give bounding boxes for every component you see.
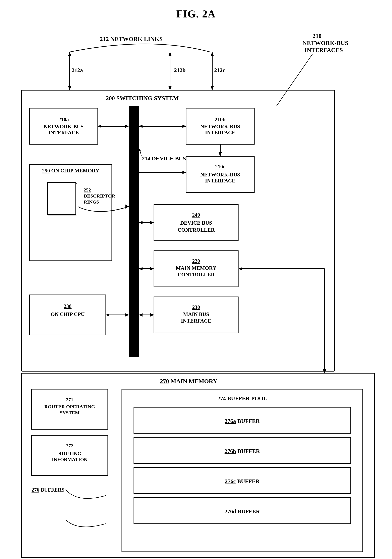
svg-marker-14 [139, 221, 142, 224]
mmc-name1: MAIN MEMORY [176, 265, 216, 271]
ocm-ref: 250 ON CHIP MEMORY [42, 168, 99, 174]
svg-marker-21 [139, 125, 142, 128]
nbi-a-name2: INTERFACE [48, 130, 79, 135]
nbi-b-name1: NETWORK-BUS [200, 124, 240, 130]
nbi-top-label2: INTERFACES [305, 47, 343, 53]
switching-system-label: 200 SWITCHING SYSTEM [106, 95, 179, 101]
figure-title: FIG. 2A [12, 8, 380, 20]
link-212c-label: 212c [214, 67, 225, 73]
svg-marker-28 [150, 267, 154, 270]
dbc-ref: 240 [192, 212, 200, 218]
svg-marker-6 [168, 86, 172, 90]
descriptor-ring-1 [47, 182, 76, 214]
svg-marker-25 [219, 152, 222, 156]
mmc-ref: 220 [192, 258, 200, 264]
buffer-b-label: 276b BUFFER [224, 448, 260, 454]
nbi-c-ref: 210c [215, 164, 225, 170]
nbi-top-label1: NETWORK-BUS [302, 39, 348, 46]
main-memory-label: 270 MAIN MEMORY [160, 378, 217, 384]
mmc-name2: CONTROLLER [177, 272, 215, 278]
svg-marker-18 [125, 125, 129, 128]
buffer-pool-label: 274 BUFFER POOL [217, 395, 267, 401]
nbi-a-ref: 210a [58, 117, 69, 122]
svg-marker-34 [125, 313, 129, 317]
buffers-label: 276 BUFFERS [31, 487, 65, 493]
desc-rings-label1: DESCRIPTOR [84, 193, 115, 198]
svg-marker-9 [211, 86, 214, 90]
svg-marker-5 [168, 52, 172, 56]
diagram-svg: 212 NETWORK LINKS 210 NETWORK-BUS INTERF… [13, 32, 379, 559]
svg-line-10 [140, 150, 141, 156]
svg-marker-15 [150, 221, 154, 224]
routing-info-name1: ROUTING [58, 451, 81, 456]
buffer-c-label: 276c BUFFER [225, 478, 260, 484]
nbi-c-name1: NETWORK-BUS [200, 172, 240, 178]
mbi-name1: MAIN BUS [183, 311, 209, 317]
router-os-name2: SYSTEM [60, 410, 79, 415]
svg-marker-38 [239, 267, 242, 270]
buffer-d-label: 276d BUFFER [224, 508, 260, 514]
nbi-top-ref: 210 [313, 33, 322, 39]
bus-bar-vertical [129, 106, 139, 357]
svg-marker-3 [68, 86, 71, 90]
svg-marker-17 [98, 125, 101, 128]
link-212a-label: 212a [72, 67, 83, 73]
buffer-a-label: 276a BUFFER [224, 418, 260, 424]
nbi-b-ref: 210b [215, 117, 225, 122]
device-bus-label: 214 DEVICE BUS [142, 155, 186, 162]
routing-info-name2: INFORMATION [52, 457, 87, 462]
svg-marker-20 [182, 125, 186, 128]
svg-marker-31 [150, 313, 154, 317]
svg-marker-2 [68, 52, 71, 56]
network-links-label: 212 NETWORK LINKS [100, 36, 163, 42]
mbi-ref: 230 [192, 304, 200, 310]
svg-marker-8 [211, 52, 214, 56]
svg-line-0 [276, 54, 313, 106]
dbc-name1: DEVICE BUS [180, 220, 212, 226]
nbi-c-name2: INTERFACE [205, 178, 235, 184]
dbc-name2: CONTROLLER [177, 227, 215, 233]
router-os-name1: ROUTER OPERATING [44, 404, 95, 409]
nbi-a-name1: NETWORK-BUS [44, 124, 84, 130]
mbi-name2: INTERFACE [181, 318, 211, 324]
router-os-box [31, 389, 108, 429]
svg-marker-12 [125, 205, 129, 209]
routing-info-ref: 272 [66, 443, 73, 448]
link-212b-label: 212b [174, 67, 186, 73]
router-os-ref: 271 [66, 397, 73, 402]
svg-marker-33 [106, 313, 109, 317]
svg-marker-27 [139, 267, 142, 270]
cpu-name1: ON CHIP CPU [51, 311, 84, 317]
nbi-b-name2: INTERFACE [205, 130, 235, 135]
desc-rings-ref: 252 [84, 187, 91, 193]
svg-marker-30 [139, 313, 142, 317]
page-container: FIG. 2A 212 NETWORK LINKS 210 NETWORK-BU… [0, 0, 392, 559]
desc-rings-label2: RINGS [84, 199, 99, 205]
svg-marker-23 [182, 171, 186, 174]
cpu-ref: 238 [64, 303, 71, 309]
